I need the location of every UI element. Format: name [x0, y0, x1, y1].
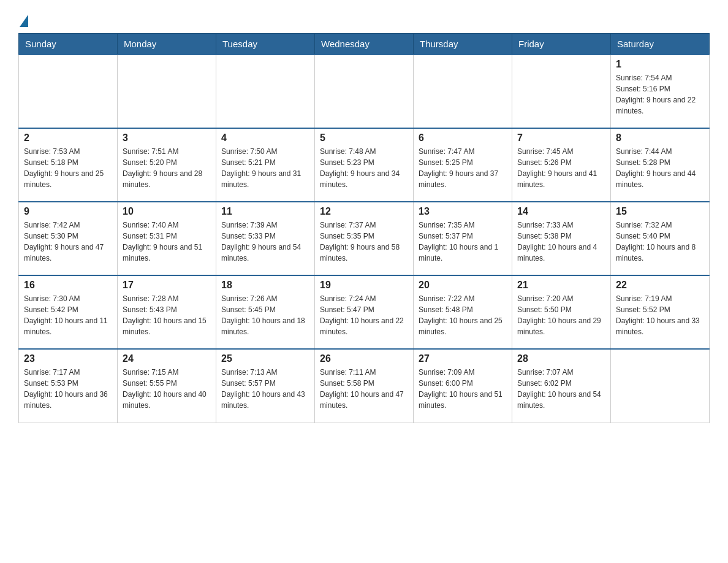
day-info: Sunrise: 7:13 AM Sunset: 5:57 PM Dayligh… [221, 367, 309, 411]
day-info: Sunrise: 7:45 AM Sunset: 5:26 PM Dayligh… [517, 146, 605, 190]
day-info: Sunrise: 7:11 AM Sunset: 5:58 PM Dayligh… [320, 367, 408, 411]
day-number: 16 [24, 280, 112, 291]
day-info: Sunrise: 7:20 AM Sunset: 5:50 PM Dayligh… [517, 293, 605, 337]
day-info: Sunrise: 7:07 AM Sunset: 6:02 PM Dayligh… [517, 367, 605, 411]
day-info: Sunrise: 7:48 AM Sunset: 5:23 PM Dayligh… [320, 146, 408, 190]
calendar-cell: 25Sunrise: 7:13 AM Sunset: 5:57 PM Dayli… [216, 349, 315, 423]
calendar-cell: 13Sunrise: 7:35 AM Sunset: 5:37 PM Dayli… [414, 202, 512, 275]
day-info: Sunrise: 7:17 AM Sunset: 5:53 PM Dayligh… [24, 367, 112, 411]
calendar-cell: 7Sunrise: 7:45 AM Sunset: 5:26 PM Daylig… [512, 128, 611, 202]
day-info: Sunrise: 7:09 AM Sunset: 6:00 PM Dayligh… [419, 367, 507, 411]
calendar-cell: 20Sunrise: 7:22 AM Sunset: 5:48 PM Dayli… [414, 275, 512, 349]
calendar-cell: 22Sunrise: 7:19 AM Sunset: 5:52 PM Dayli… [611, 275, 710, 349]
calendar-header-row: SundayMondayTuesdayWednesdayThursdayFrid… [19, 34, 710, 55]
day-info: Sunrise: 7:28 AM Sunset: 5:43 PM Dayligh… [123, 293, 211, 337]
day-number: 5 [320, 132, 408, 144]
day-number: 24 [123, 353, 211, 364]
day-number: 6 [419, 132, 507, 144]
day-info: Sunrise: 7:24 AM Sunset: 5:47 PM Dayligh… [320, 293, 408, 337]
day-number: 11 [221, 206, 309, 217]
calendar-cell: 6Sunrise: 7:47 AM Sunset: 5:25 PM Daylig… [414, 128, 512, 202]
calendar-cell: 11Sunrise: 7:39 AM Sunset: 5:33 PM Dayli… [216, 202, 315, 275]
day-number: 8 [616, 132, 704, 144]
calendar-cell: 28Sunrise: 7:07 AM Sunset: 6:02 PM Dayli… [512, 349, 611, 423]
day-number: 17 [123, 280, 211, 291]
calendar-cell [315, 55, 414, 128]
day-number: 7 [517, 132, 605, 144]
logo [18, 12, 31, 27]
calendar-cell: 16Sunrise: 7:30 AM Sunset: 5:42 PM Dayli… [19, 275, 118, 349]
day-number: 3 [123, 132, 211, 144]
calendar-table: SundayMondayTuesdayWednesdayThursdayFrid… [18, 33, 710, 423]
day-number: 27 [419, 353, 507, 364]
day-info: Sunrise: 7:54 AM Sunset: 5:16 PM Dayligh… [616, 72, 704, 117]
calendar-week-row: 23Sunrise: 7:17 AM Sunset: 5:53 PM Dayli… [19, 349, 710, 423]
day-number: 23 [24, 353, 112, 364]
day-number: 21 [517, 280, 605, 291]
calendar-week-row: 2Sunrise: 7:53 AM Sunset: 5:18 PM Daylig… [19, 128, 710, 202]
day-number: 10 [123, 206, 211, 217]
calendar-cell: 9Sunrise: 7:42 AM Sunset: 5:30 PM Daylig… [19, 202, 118, 275]
calendar-cell: 10Sunrise: 7:40 AM Sunset: 5:31 PM Dayli… [118, 202, 216, 275]
day-info: Sunrise: 7:39 AM Sunset: 5:33 PM Dayligh… [221, 220, 309, 264]
calendar-cell [216, 55, 315, 128]
calendar-header-wednesday: Wednesday [315, 34, 414, 55]
day-number: 9 [24, 206, 112, 217]
day-info: Sunrise: 7:51 AM Sunset: 5:20 PM Dayligh… [123, 146, 211, 190]
day-info: Sunrise: 7:15 AM Sunset: 5:55 PM Dayligh… [123, 367, 211, 411]
calendar-cell: 3Sunrise: 7:51 AM Sunset: 5:20 PM Daylig… [118, 128, 216, 202]
calendar-cell [414, 55, 512, 128]
day-number: 25 [221, 353, 309, 364]
calendar-week-row: 9Sunrise: 7:42 AM Sunset: 5:30 PM Daylig… [19, 202, 710, 275]
calendar-week-row: 16Sunrise: 7:30 AM Sunset: 5:42 PM Dayli… [19, 275, 710, 349]
day-info: Sunrise: 7:47 AM Sunset: 5:25 PM Dayligh… [419, 146, 507, 190]
page-header [18, 12, 710, 27]
day-number: 4 [221, 132, 309, 144]
calendar-cell [512, 55, 611, 128]
day-info: Sunrise: 7:53 AM Sunset: 5:18 PM Dayligh… [24, 146, 112, 190]
calendar-cell: 21Sunrise: 7:20 AM Sunset: 5:50 PM Dayli… [512, 275, 611, 349]
day-info: Sunrise: 7:30 AM Sunset: 5:42 PM Dayligh… [24, 293, 112, 337]
day-number: 13 [419, 206, 507, 217]
day-info: Sunrise: 7:33 AM Sunset: 5:38 PM Dayligh… [517, 220, 605, 264]
logo-triangle-icon [20, 15, 28, 27]
calendar-cell [19, 55, 118, 128]
day-number: 2 [24, 132, 112, 144]
day-number: 14 [517, 206, 605, 217]
calendar-cell: 19Sunrise: 7:24 AM Sunset: 5:47 PM Dayli… [315, 275, 414, 349]
calendar-cell: 23Sunrise: 7:17 AM Sunset: 5:53 PM Dayli… [19, 349, 118, 423]
calendar-header-thursday: Thursday [414, 34, 512, 55]
day-number: 20 [419, 280, 507, 291]
calendar-cell: 27Sunrise: 7:09 AM Sunset: 6:00 PM Dayli… [414, 349, 512, 423]
day-number: 26 [320, 353, 408, 364]
day-info: Sunrise: 7:35 AM Sunset: 5:37 PM Dayligh… [419, 220, 507, 264]
day-info: Sunrise: 7:50 AM Sunset: 5:21 PM Dayligh… [221, 146, 309, 190]
calendar-week-row: 1Sunrise: 7:54 AM Sunset: 5:16 PM Daylig… [19, 55, 710, 128]
calendar-cell: 26Sunrise: 7:11 AM Sunset: 5:58 PM Dayli… [315, 349, 414, 423]
day-info: Sunrise: 7:32 AM Sunset: 5:40 PM Dayligh… [616, 220, 704, 264]
calendar-cell [611, 349, 710, 423]
day-number: 19 [320, 280, 408, 291]
day-info: Sunrise: 7:22 AM Sunset: 5:48 PM Dayligh… [419, 293, 507, 337]
calendar-cell: 15Sunrise: 7:32 AM Sunset: 5:40 PM Dayli… [611, 202, 710, 275]
calendar-cell: 1Sunrise: 7:54 AM Sunset: 5:16 PM Daylig… [611, 55, 710, 128]
calendar-header-saturday: Saturday [611, 34, 710, 55]
calendar-cell: 12Sunrise: 7:37 AM Sunset: 5:35 PM Dayli… [315, 202, 414, 275]
day-number: 1 [616, 59, 704, 70]
day-info: Sunrise: 7:44 AM Sunset: 5:28 PM Dayligh… [616, 146, 704, 190]
calendar-cell: 8Sunrise: 7:44 AM Sunset: 5:28 PM Daylig… [611, 128, 710, 202]
calendar-cell [118, 55, 216, 128]
calendar-cell: 17Sunrise: 7:28 AM Sunset: 5:43 PM Dayli… [118, 275, 216, 349]
day-number: 12 [320, 206, 408, 217]
day-number: 28 [517, 353, 605, 364]
calendar-cell: 2Sunrise: 7:53 AM Sunset: 5:18 PM Daylig… [19, 128, 118, 202]
day-info: Sunrise: 7:42 AM Sunset: 5:30 PM Dayligh… [24, 220, 112, 264]
day-number: 18 [221, 280, 309, 291]
calendar-cell: 14Sunrise: 7:33 AM Sunset: 5:38 PM Dayli… [512, 202, 611, 275]
day-info: Sunrise: 7:26 AM Sunset: 5:45 PM Dayligh… [221, 293, 309, 337]
calendar-header-sunday: Sunday [19, 34, 118, 55]
day-info: Sunrise: 7:37 AM Sunset: 5:35 PM Dayligh… [320, 220, 408, 264]
calendar-cell: 4Sunrise: 7:50 AM Sunset: 5:21 PM Daylig… [216, 128, 315, 202]
calendar-cell: 18Sunrise: 7:26 AM Sunset: 5:45 PM Dayli… [216, 275, 315, 349]
calendar-header-friday: Friday [512, 34, 611, 55]
